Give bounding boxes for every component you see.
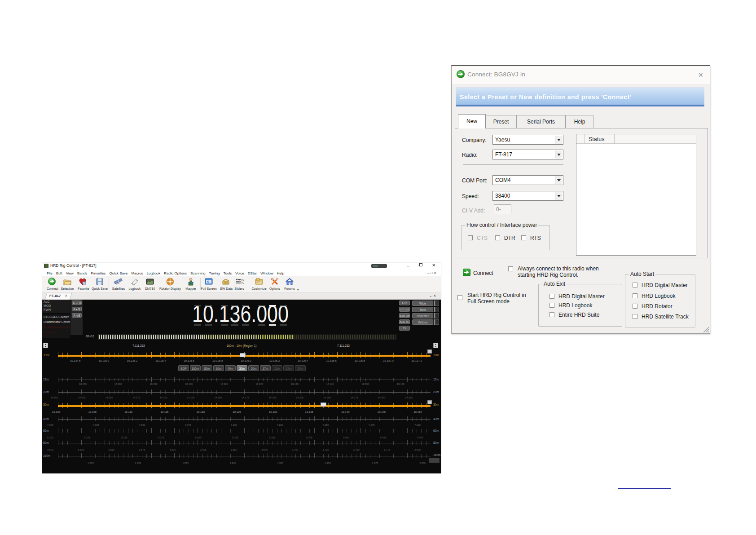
svg-text:SQL: SQL — [241, 281, 244, 284]
